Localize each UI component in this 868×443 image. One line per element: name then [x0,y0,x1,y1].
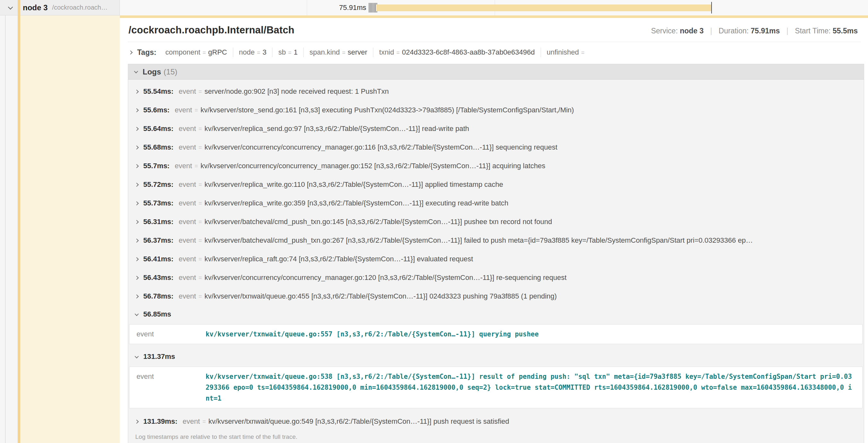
log-timestamp: 56.41ms: [143,255,174,263]
log-row[interactable]: 55.7ms: event = kv/kvserver/concurrency/… [128,157,864,175]
log-expand-chevron-icon[interactable] [134,127,139,131]
log-row[interactable]: 56.78ms: event = kv/kvserver/txnwait/que… [128,287,864,306]
tag-item: sb=1 [272,47,304,57]
log-message: kv/kvserver/txnwait/queue.go:455 [n3,s3,… [205,292,557,301]
log-row[interactable]: 56.41ms: event = kv/kvserver/replica_raf… [128,250,864,268]
log-row[interactable]: 55.68ms: event = kv/kvserver/concurrency… [128,138,864,157]
log-collapse-chevron-icon[interactable] [134,312,139,316]
start-time-value: 55.5ms [833,27,858,35]
log-field-key: event [183,417,200,426]
meta-separator: | [710,27,712,35]
log-message: kv/kvserver/replica_write.go:110 [n3,s3,… [205,180,503,189]
log-field-key: event [175,106,192,114]
logs-panel: Logs (15) 55.54ms: event = server/node.g… [128,64,864,443]
log-expand-chevron-icon[interactable] [134,276,139,280]
log-field-key: event [179,236,196,245]
log-detail-value[interactable]: kv/kvserver/txnwait/queue.go:557 [n3,s3,… [206,329,539,340]
tag-item: unfinished= [541,47,593,57]
log-field-key: event [175,162,192,170]
log-expand-chevron-icon[interactable] [134,201,139,205]
log-expand-chevron-icon[interactable] [134,257,139,261]
log-equals-sign: = [198,144,202,151]
log-expand-chevron-icon[interactable] [134,220,139,224]
log-equals-sign: = [203,418,206,425]
tag-item: txnid=024d3323-6c8f-4863-aa8b-37ab0e6349… [373,47,541,57]
log-equals-sign: = [198,237,202,244]
log-timestamp: 56.78ms: [143,292,174,301]
log-field-key: event [179,125,196,133]
log-message: kv/kvserver/txnwait/queue.go:549 [n3,s3,… [209,417,509,426]
meta-separator: | [786,27,788,35]
log-timestamp: 56.85ms [143,310,171,318]
log-row[interactable]: 131.39ms: event = kv/kvserver/txnwait/qu… [128,412,864,431]
log-row[interactable]: 55.54ms: event = server/node.go:902 [n3]… [128,82,864,101]
log-equals-sign: = [198,126,202,132]
log-timestamp: 55.6ms: [143,106,169,114]
log-expand-chevron-icon[interactable] [134,183,139,187]
log-timestamp: 55.72ms: [143,180,174,189]
log-equals-sign: = [198,181,202,188]
log-equals-sign: = [198,200,202,207]
log-row[interactable]: 56.43ms: event = kv/kvserver/concurrency… [128,268,864,287]
log-timestamp: 56.37ms: [143,236,174,245]
tags-expand-chevron-icon[interactable] [128,50,133,55]
log-detail-box: event kv/kvserver/txnwait/queue.go:557 [… [129,324,863,344]
log-timestamp: 131.37ms [143,352,175,361]
log-timestamp: 55.64ms: [143,125,174,133]
span-duration-bar[interactable] [376,4,712,11]
log-message: kv/kvserver/batcheval/cmd_push_txn.go:14… [205,218,552,226]
log-row-expanded[interactable]: 56.85ms [128,306,864,323]
log-expand-chevron-icon[interactable] [134,239,139,243]
logs-collapse-chevron-icon[interactable] [134,69,138,73]
tree-guide-line [5,15,5,443]
start-time-label: Start Time: [795,27,830,35]
log-expand-chevron-icon[interactable] [134,108,139,112]
log-message: kv/kvserver/replica_write.go:359 [n3,s3,… [205,199,508,207]
log-field-key: event [179,218,196,226]
collapse-span-chevron-icon[interactable] [8,4,13,10]
log-row[interactable]: 55.6ms: event = kv/kvserver/store_send.g… [128,101,864,120]
tag-item: node=3 [233,47,273,57]
log-timestamp: 55.54ms: [143,87,174,96]
log-expand-chevron-icon[interactable] [134,145,139,149]
tags-row[interactable]: Tags: component=gRPCnode=3sb=1span.kind=… [128,42,865,62]
log-row[interactable]: 55.73ms: event = kv/kvserver/replica_wri… [128,194,864,212]
log-row-expanded[interactable]: 131.37ms [128,348,864,365]
log-equals-sign: = [195,163,198,170]
log-expand-chevron-icon[interactable] [134,419,139,424]
log-row[interactable]: 56.37ms: event = kv/kvserver/batcheval/c… [128,231,864,250]
logs-count: (15) [163,67,177,76]
log-message: kv/kvserver/replica_send.go:97 [n3,s3,r6… [205,125,469,133]
span-duration-label: 75.91ms [299,0,366,15]
log-marker-ticks [369,3,377,12]
log-message: server/node.go:902 [n3] node received re… [205,87,389,96]
duration-value: 75.91ms [751,27,780,35]
log-timestamp: 55.68ms: [143,143,174,151]
log-expand-chevron-icon[interactable] [134,294,139,299]
log-row[interactable]: 55.72ms: event = kv/kvserver/replica_wri… [128,175,864,194]
log-message: kv/kvserver/concurrency/concurrency_mana… [205,143,558,151]
log-field-key: event [179,292,196,301]
tags-label: Tags: [137,48,156,57]
service-value: node 3 [680,27,704,35]
log-row[interactable]: 56.31ms: event = kv/kvserver/batcheval/c… [128,212,864,231]
log-equals-sign: = [195,107,198,114]
log-equals-sign: = [198,88,202,95]
span-meta: Service: node 3 | Duration: 75.91ms | St… [651,27,858,35]
log-detail-field-label: event [136,371,206,404]
log-detail-value[interactable]: kv/kvserver/txnwait/queue.go:538 [n3,s3,… [206,371,855,404]
log-field-key: event [179,255,196,263]
log-field-key: event [179,143,196,151]
log-expand-chevron-icon[interactable] [134,164,139,168]
tag-item: span.kind=server [304,47,373,57]
log-timestamp: 55.73ms: [143,199,174,207]
log-equals-sign: = [198,218,202,225]
log-field-key: event [179,180,196,189]
log-collapse-chevron-icon[interactable] [134,354,139,358]
tag-item: component=gRPC [160,47,233,57]
logs-panel-header[interactable]: Logs (15) [128,64,864,79]
operation-title: /cockroach.roachpb.Internal/Batch [128,24,294,36]
log-row[interactable]: 55.64ms: event = kv/kvserver/replica_sen… [128,120,864,138]
span-operation-name: /cockroach.roach… [52,4,107,11]
log-expand-chevron-icon[interactable] [134,90,139,94]
